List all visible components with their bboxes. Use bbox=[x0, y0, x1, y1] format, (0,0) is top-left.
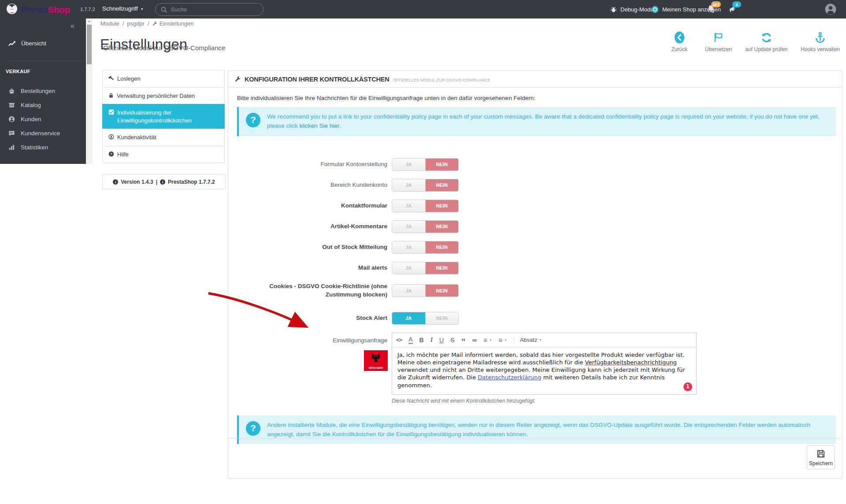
search-input[interactable] bbox=[167, 6, 263, 13]
info-icon: i bbox=[160, 179, 165, 185]
tab-individualisierung[interactable]: Individualisierung der Einwilligungskont… bbox=[102, 104, 225, 129]
breadcrumb-psgdpr[interactable]: psgdpr bbox=[127, 20, 145, 27]
eye-icon bbox=[651, 6, 659, 13]
toggle-cookies-dsgvo[interactable]: JANEIN bbox=[392, 284, 459, 297]
sidebar-item-label: Bestellungen bbox=[21, 88, 55, 94]
toggle-formular-kontoerstellung[interactable]: JANEIN bbox=[392, 158, 459, 171]
insert-link-button[interactable]: ∞ bbox=[472, 336, 477, 344]
stats-icon bbox=[8, 144, 15, 151]
paragraph-format-dropdown[interactable]: Absatz▼ bbox=[514, 337, 542, 343]
consent-message-label: Einwilligungsanfrage bbox=[237, 337, 387, 345]
toggle-row-label: Stock Alert bbox=[237, 314, 387, 322]
manage-hooks-button[interactable]: Hooks verwalten bbox=[801, 31, 840, 52]
toggle-row: Mail alerts JANEIN bbox=[237, 262, 842, 274]
user-avatar[interactable] bbox=[825, 4, 836, 17]
orders-basket-icon bbox=[8, 88, 15, 94]
breadcrumb-module[interactable]: Module bbox=[100, 20, 119, 27]
toggle-row-label: Formular Kontoerstellung bbox=[237, 160, 387, 169]
intro-text: Bitte individualisieren Sie Ihre Nachric… bbox=[237, 95, 836, 101]
editor-content[interactable]: Ja, ich möchte per Mail informiert werde… bbox=[392, 348, 696, 394]
source-code-button[interactable]: <> bbox=[396, 337, 402, 343]
toggle-kontaktformular[interactable]: JANEIN bbox=[392, 200, 459, 212]
sidebar-item-kunden[interactable]: Kunden bbox=[0, 112, 86, 126]
sidebar-divider bbox=[8, 61, 86, 61]
sidebar-item-bestellungen[interactable]: Bestellungen bbox=[0, 84, 86, 98]
lock-icon bbox=[108, 93, 114, 98]
chevron-down-icon: ▼ bbox=[489, 338, 492, 341]
sidebar-item-statistiken[interactable]: Statistiken bbox=[0, 140, 86, 154]
scrollbar-thumb[interactable] bbox=[87, 25, 92, 64]
panel-header: Konfiguration Ihrer Kontrollkästchen Off… bbox=[228, 71, 842, 88]
breadcrumb-current: Einstellungen bbox=[152, 20, 194, 27]
prestashop-admin-page: PrestaShop 1.7.7.2 Schnellzugriff ▼ Debu… bbox=[0, 0, 846, 504]
toggle-row: Cookies - DSGVO Cookie-Richtlinie (ohne … bbox=[237, 282, 842, 299]
check-update-button[interactable]: auf Update prüfen bbox=[745, 31, 787, 52]
privacy-policy-link[interactable]: Datenschutzerklärung bbox=[478, 374, 541, 381]
prestashop-version: PrestaShop 1.7.7.2 bbox=[168, 179, 215, 185]
policy-alert-text: We recommend you to put a link to your c… bbox=[267, 113, 820, 129]
sidebar: « Übersicht VERKAUF Bestellungen Katalog… bbox=[0, 19, 86, 164]
sidebar-item-kundenservice[interactable]: Kundenservice bbox=[0, 126, 86, 140]
module-version: Version 1.4.3 bbox=[121, 179, 153, 185]
tab-verwaltung-daten[interactable]: Verwaltung persönlicher Daten bbox=[102, 87, 225, 105]
tab-kundenaktivitaet[interactable]: Kundenaktivität bbox=[102, 129, 225, 146]
notifications-button[interactable]: 457 bbox=[707, 4, 715, 15]
sidebar-item-label: Katalog bbox=[21, 102, 41, 108]
sidebar-collapse-button[interactable]: « bbox=[70, 22, 74, 30]
toggle-stock-alert[interactable]: JANEIN bbox=[392, 312, 459, 325]
availability-notice-link[interactable]: Verfügbarkeitsbenachrichtigung bbox=[585, 359, 677, 366]
tab-label: Loslegen bbox=[117, 75, 141, 83]
sidebar-item-uebersicht[interactable]: Übersicht bbox=[0, 36, 86, 50]
breadcrumb: Module / psgdpr / Einstellungen bbox=[100, 20, 194, 27]
sidebar-scrollbar[interactable]: ▲ bbox=[86, 19, 93, 164]
strikethrough-button[interactable]: S bbox=[450, 337, 454, 344]
editor-toolbar: <> A B I U S ” ∞ ≡▼ ≡▼ Absatz▼ bbox=[392, 333, 696, 348]
sidebar-item-label: Kundenservice bbox=[21, 130, 60, 137]
back-button[interactable]: Zurück bbox=[667, 31, 692, 52]
modules-info-text: Andere installierte Module, die eine Ein… bbox=[267, 422, 810, 437]
sidebar-item-label: Statistiken bbox=[21, 144, 48, 151]
search-icon bbox=[161, 7, 167, 13]
sidebar-section-verkauf: VERKAUF bbox=[6, 69, 30, 74]
text-color-button[interactable]: A bbox=[408, 336, 412, 344]
header-actions: Zurück Übersetzen auf Update prüfen Hook… bbox=[667, 31, 840, 52]
consent-message-row: Einwilligungsanfrage <> A B I U S ” ∞ ≡▼… bbox=[237, 333, 842, 395]
toggle-bereich-kundenkonto[interactable]: JANEIN bbox=[392, 179, 459, 192]
brand-text: PrestaShop bbox=[21, 4, 70, 15]
announcements-button[interactable]: 3 bbox=[728, 4, 736, 15]
question-circle-icon: ? bbox=[246, 113, 260, 127]
toggle-artikel-kommentare[interactable]: JANEIN bbox=[392, 220, 459, 233]
translate-button[interactable]: Übersetzen bbox=[705, 31, 732, 52]
toggle-row: Out of Stock Mitteilung JANEIN bbox=[237, 241, 842, 254]
quick-access-dropdown[interactable]: Schnellzugriff ▼ bbox=[102, 5, 144, 12]
customer-service-icon bbox=[8, 130, 15, 137]
italic-button[interactable]: I bbox=[430, 337, 433, 344]
debug-mode-button[interactable]: Debug-Modus bbox=[610, 0, 657, 19]
numbered-list-button[interactable]: ≡▼ bbox=[498, 336, 507, 344]
chevron-down-icon: ▼ bbox=[141, 7, 144, 11]
scroll-up-icon: ▲ bbox=[86, 19, 93, 22]
prestashop-logo[interactable]: PrestaShop bbox=[6, 3, 70, 16]
blockquote-button[interactable]: ” bbox=[461, 340, 466, 344]
underline-button[interactable]: U bbox=[439, 337, 444, 344]
bullet-list-button[interactable]: ≡▼ bbox=[483, 336, 492, 344]
tab-loslegen[interactable]: Loslegen bbox=[102, 70, 225, 88]
idnovate-vendor-logo: idnovate bbox=[364, 350, 388, 371]
tab-label: Verwaltung persönlicher Daten bbox=[117, 92, 195, 100]
sidebar-item-katalog[interactable]: Katalog bbox=[0, 98, 86, 112]
vendor-cat-icon bbox=[370, 352, 382, 364]
question-circle-icon: ? bbox=[246, 421, 260, 436]
panel-subtitle: Offizielles Modul zur DSGVO-Compliance bbox=[393, 78, 490, 82]
toggle-out-of-stock[interactable]: JANEIN bbox=[392, 241, 459, 254]
shop-version: 1.7.7.2 bbox=[80, 7, 95, 12]
tab-hilfe[interactable]: ? Hilfe bbox=[102, 146, 225, 163]
toggle-row: Kontaktformular JANEIN bbox=[237, 200, 842, 212]
bold-button[interactable]: B bbox=[419, 337, 424, 344]
info-icon: i bbox=[113, 179, 118, 185]
refresh-icon bbox=[761, 31, 772, 44]
tab-label: Individualisierung der Einwilligungskont… bbox=[117, 109, 219, 124]
toggle-row: Bereich Kundenkonto JANEIN bbox=[237, 179, 842, 192]
click-here-link[interactable]: klicken Sie hier. bbox=[300, 122, 341, 129]
save-button[interactable]: Speichern bbox=[807, 445, 835, 469]
toggle-mail-alerts[interactable]: JANEIN bbox=[392, 262, 459, 274]
